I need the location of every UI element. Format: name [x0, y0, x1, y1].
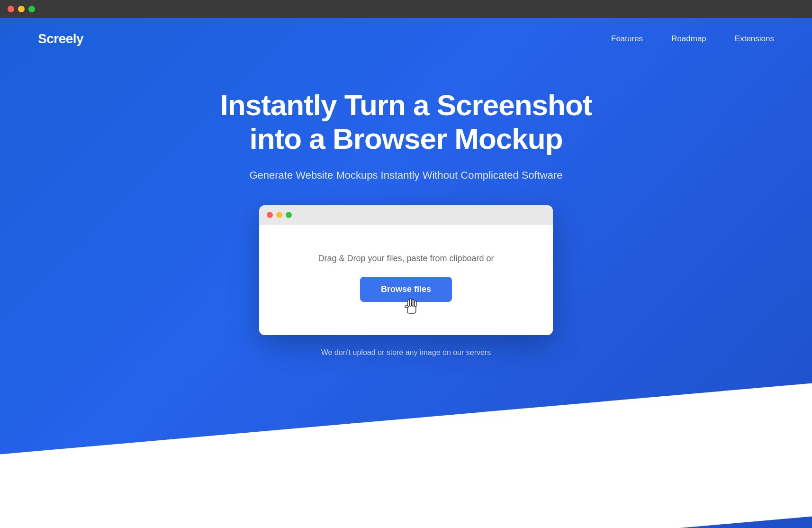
hero-title: Instantly Turn a Screenshot into a Brows… — [0, 88, 812, 156]
browser-minimize-dot — [276, 212, 282, 218]
browser-titlebar — [259, 205, 553, 225]
titlebar-maximize-button[interactable] — [28, 6, 35, 12]
hero-section: Instantly Turn a Screenshot into a Brows… — [0, 60, 812, 357]
nav-links: Features Roadmap Extensions — [611, 34, 774, 44]
browser-maximize-dot — [286, 212, 292, 218]
svg-rect-5 — [405, 306, 408, 308]
privacy-note: We don't upload or store any image on ou… — [0, 348, 812, 357]
browse-files-button[interactable]: Browse files — [360, 277, 452, 302]
hero-subtitle: Generate Website Mockups Instantly Witho… — [0, 169, 812, 182]
nav-features[interactable]: Features — [611, 34, 643, 44]
main-content: Screely Features Roadmap Extensions Inst… — [0, 18, 812, 528]
nav-extensions[interactable]: Extensions — [735, 34, 774, 44]
drop-text: Drag & Drop your files, paste from clipb… — [278, 254, 534, 264]
titlebar — [0, 0, 812, 18]
svg-rect-0 — [407, 305, 416, 313]
titlebar-close-button[interactable] — [8, 6, 14, 12]
titlebar-traffic-lights — [8, 6, 35, 12]
browser-traffic-lights — [267, 212, 292, 218]
logo[interactable]: Screely — [38, 31, 83, 46]
navbar: Screely Features Roadmap Extensions — [0, 18, 812, 60]
browser-body: Drag & Drop your files, paste from clipb… — [259, 225, 553, 335]
nav-roadmap[interactable]: Roadmap — [671, 34, 706, 44]
browser-close-dot — [267, 212, 273, 218]
titlebar-minimize-button[interactable] — [18, 6, 25, 12]
browser-mockup-card: Drag & Drop your files, paste from clipb… — [259, 205, 553, 335]
